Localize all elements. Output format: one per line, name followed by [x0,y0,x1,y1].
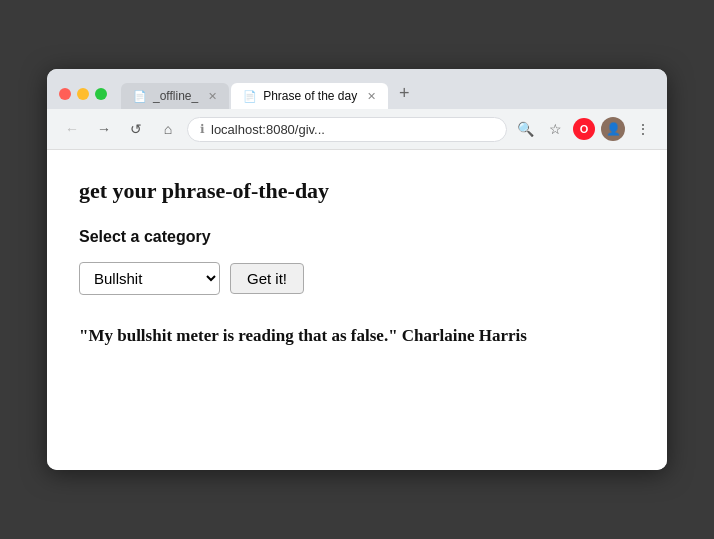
browser-window: 📄 _offline_ ✕ 📄 Phrase of the day ✕ + ← … [47,69,667,470]
minimize-button[interactable] [77,88,89,100]
close-button[interactable] [59,88,71,100]
avatar[interactable]: 👤 [601,117,625,141]
menu-icon[interactable]: ⋮ [631,117,655,141]
traffic-lights [59,88,107,100]
toolbar-actions: 🔍 ☆ O 👤 ⋮ [513,117,655,141]
page-content: get your phrase-of-the-day Select a cate… [47,150,667,470]
tab-offline-label: _offline_ [153,89,198,103]
tab-phrase[interactable]: 📄 Phrase of the day ✕ [231,83,388,109]
info-icon: ℹ [200,122,205,136]
get-it-button[interactable]: Get it! [230,263,304,294]
home-button[interactable]: ⌂ [155,116,181,142]
title-bar: 📄 _offline_ ✕ 📄 Phrase of the day ✕ + [47,69,667,109]
page-heading: get your phrase-of-the-day [79,178,635,204]
tab-phrase-icon: 📄 [243,90,257,103]
tab-offline-close[interactable]: ✕ [208,90,217,103]
quote-text: "My bullshit meter is reading that as fa… [79,323,635,349]
controls-row: Bullshit Inspirational Funny Random Get … [79,262,635,295]
address-text: localhost:8080/giv... [211,122,494,137]
reload-icon: ↺ [130,121,142,137]
reload-button[interactable]: ↺ [123,116,149,142]
tab-phrase-label: Phrase of the day [263,89,357,103]
tab-offline-icon: 📄 [133,90,147,103]
back-button[interactable]: ← [59,116,85,142]
category-select[interactable]: Bullshit Inspirational Funny Random [79,262,220,295]
tabs-row: 📄 _offline_ ✕ 📄 Phrase of the day ✕ + [121,79,655,109]
tab-phrase-close[interactable]: ✕ [367,90,376,103]
bookmark-icon[interactable]: ☆ [543,117,567,141]
address-bar[interactable]: ℹ localhost:8080/giv... [187,117,507,142]
opera-icon[interactable]: O [573,118,595,140]
toolbar: ← → ↺ ⌂ ℹ localhost:8080/giv... 🔍 ☆ O 👤 … [47,109,667,150]
new-tab-button[interactable]: + [390,79,418,107]
back-icon: ← [65,121,79,137]
tab-offline[interactable]: 📄 _offline_ ✕ [121,83,229,109]
category-label: Select a category [79,228,635,246]
search-icon[interactable]: 🔍 [513,117,537,141]
forward-icon: → [97,121,111,137]
home-icon: ⌂ [164,121,172,137]
forward-button[interactable]: → [91,116,117,142]
maximize-button[interactable] [95,88,107,100]
